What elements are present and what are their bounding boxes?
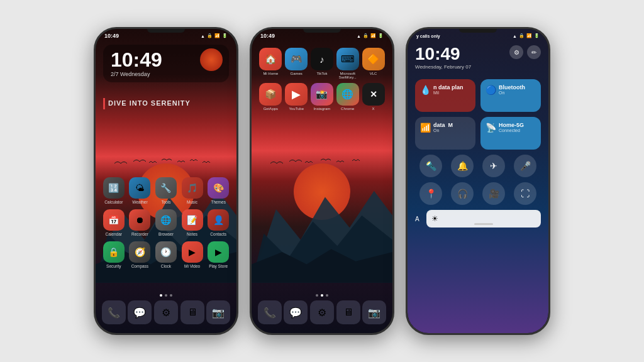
- dock-phone[interactable]: 📞: [102, 300, 126, 324]
- tagline: DIVE INTO SERENITY: [108, 99, 191, 107]
- mivideo-icon: ▶: [182, 241, 203, 263]
- app-compass[interactable]: 🧭 Compass: [128, 241, 152, 268]
- dock-camera-2[interactable]: 📷: [362, 300, 386, 324]
- cc-tile-data-plan[interactable]: 💧 n data plan Mil: [415, 79, 475, 112]
- bell-button[interactable]: 🔔: [451, 155, 474, 177]
- calls-only-text: y calls only: [416, 34, 440, 38]
- app-mivideo[interactable]: ▶ Mi Video: [180, 241, 204, 268]
- drawer-chrome[interactable]: 🌐 Chrome: [335, 83, 360, 111]
- dock-screen[interactable]: 🖥: [180, 300, 204, 324]
- bluetooth-sub: On: [499, 90, 525, 95]
- security-label: Security: [106, 264, 121, 268]
- app-browser[interactable]: 🌐 Browser: [154, 209, 178, 236]
- dock-phone-2[interactable]: 📞: [258, 300, 282, 324]
- tiktok-label: TikTok: [316, 72, 327, 75]
- location-button[interactable]: 📍: [419, 182, 442, 205]
- mic-button[interactable]: 🎤: [514, 155, 536, 177]
- drawer-tiktok[interactable]: ♪ TikTok: [309, 48, 335, 79]
- app-playstore[interactable]: ▶ Play Store: [206, 241, 230, 268]
- weather-label: Weather: [132, 200, 147, 204]
- data-sub: On: [433, 128, 453, 133]
- dock-messages[interactable]: 💬: [128, 300, 152, 324]
- dot-2-3: [326, 294, 328, 297]
- dock-camera[interactable]: 📷: [206, 300, 230, 324]
- browser-label: Browser: [158, 232, 174, 236]
- x-icon: ✕: [362, 83, 385, 106]
- app-contacts[interactable]: 👤 Contacts: [206, 209, 230, 236]
- app-music[interactable]: 🎵 Music: [180, 177, 204, 204]
- x-label: X: [372, 107, 375, 111]
- page-dots-2: [252, 294, 392, 297]
- swiftkey-label: Microsoft SwiftKey...: [335, 72, 360, 79]
- drawer-swiftkey[interactable]: ⌨ Microsoft SwiftKey...: [335, 48, 360, 79]
- games-label: Games: [291, 72, 303, 75]
- cc-tile-wifi[interactable]: 📡 Home-5G Connected: [480, 117, 541, 150]
- app-calendar[interactable]: 📅 Calendar: [102, 209, 126, 236]
- app-calculator[interactable]: 🔢 Calculator: [102, 177, 126, 204]
- widget-date: 2/7 Wednesday: [111, 71, 221, 77]
- dock-messages-2[interactable]: 💬: [284, 300, 308, 324]
- playstore-icon: ▶: [208, 241, 229, 263]
- data-title: data M: [433, 122, 453, 128]
- games-icon: 🎮: [285, 48, 308, 70]
- airplane-button[interactable]: ✈: [482, 155, 505, 177]
- headphones-button[interactable]: 🎧: [451, 182, 474, 205]
- battery-icon-2: 🔋: [378, 33, 384, 38]
- signal-icon-2: ▲: [357, 34, 361, 38]
- app-grid-1: 🔢 Calculator 🌤 Weather 🔧 Tools 🎵 Music: [101, 177, 231, 273]
- drawer-youtube[interactable]: ▶ YouTube: [284, 83, 309, 111]
- chrome-label: Chrome: [341, 107, 354, 111]
- phone-1: 10:49 ▲ 🔒 📶 🔋 10:49 2/7 Wednesday DIVE I…: [94, 27, 238, 335]
- lock-icon-2: 🔒: [363, 33, 369, 38]
- compass-label: Compass: [131, 264, 148, 268]
- expand-button[interactable]: ⛶: [514, 182, 536, 205]
- brightness-track: [474, 223, 493, 225]
- app-notes[interactable]: 📝 Notes: [180, 209, 204, 236]
- wifi-icon: 📶: [214, 33, 220, 38]
- cc-tile-data[interactable]: 📶 data M On: [415, 117, 475, 150]
- dock-screen-2[interactable]: 🖥: [336, 300, 360, 324]
- themes-icon: 🎨: [208, 177, 229, 199]
- clock-icon: 🕐: [155, 241, 177, 263]
- cc-tile-row-2: 📶 data M On 📡 Home-5G Conn: [415, 117, 541, 150]
- lock-icon: 🔒: [207, 33, 213, 38]
- app-security[interactable]: 🔒 Security: [102, 241, 126, 268]
- phone3-background: y calls only ▲ 🔒 📶 🔋 10:49 Wednesday, Fe…: [408, 29, 548, 333]
- notes-label: Notes: [187, 232, 197, 236]
- app-row-1: 🔢 Calculator 🌤 Weather 🔧 Tools 🎵 Music: [101, 177, 231, 204]
- wifi-cc-icon: 📡: [486, 123, 496, 133]
- recorder-label: Recorder: [131, 232, 148, 236]
- calculator-icon: 🔢: [103, 177, 125, 199]
- wifi-title: Home-5G: [499, 122, 524, 128]
- video-button[interactable]: 🎥: [482, 182, 505, 205]
- flashlight-button[interactable]: 🔦: [419, 155, 442, 177]
- wifi-sub: Connected: [499, 128, 524, 133]
- signal-icon: ▲: [201, 34, 205, 38]
- settings-icon-cc[interactable]: ⚙: [509, 45, 523, 59]
- brightness-bar[interactable]: ☀: [426, 210, 541, 228]
- cc-tile-bluetooth[interactable]: 🔵 Bluetooth On: [480, 79, 541, 112]
- security-icon: 🔒: [103, 241, 125, 263]
- brightness-sun-icon: ☀: [431, 214, 438, 223]
- cc-brightness: A ☀: [415, 210, 541, 228]
- drawer-mihome[interactable]: 🏠 Mi Home: [258, 48, 283, 79]
- app-tools[interactable]: 🔧 Tools: [154, 177, 178, 204]
- cc-tile-row-1: 💧 n data plan Mil 🔵 Bluetooth: [415, 79, 541, 112]
- brightness-label-a: A: [415, 216, 423, 222]
- drawer-x[interactable]: ✕ X: [361, 83, 386, 111]
- app-clock[interactable]: 🕐 Clock: [154, 241, 178, 268]
- phone2-background: 10:49 ▲ 🔒 📶 🔋 🏠 Mi Home 🎮: [252, 29, 392, 333]
- dock-settings-2[interactable]: ⚙: [310, 300, 334, 324]
- drawer-games[interactable]: 🎮 Games: [284, 48, 309, 79]
- drawer-vlc[interactable]: 🔶 VLC: [361, 48, 386, 79]
- dock-settings[interactable]: ⚙: [154, 300, 178, 324]
- edit-icon-cc[interactable]: ✏: [527, 45, 541, 59]
- app-row-2: 📅 Calendar ⏺ Recorder 🌐 Browser 📝 Notes: [101, 209, 231, 236]
- clock-label: Clock: [161, 264, 171, 268]
- app-themes[interactable]: 🎨 Themes: [206, 177, 230, 204]
- mountains-2: [252, 145, 392, 283]
- drawer-getapps[interactable]: 📦 GetApps: [258, 83, 283, 111]
- app-weather[interactable]: 🌤 Weather: [128, 177, 152, 204]
- drawer-instagram[interactable]: 📸 Instagram: [309, 83, 335, 111]
- app-recorder[interactable]: ⏺ Recorder: [128, 209, 152, 236]
